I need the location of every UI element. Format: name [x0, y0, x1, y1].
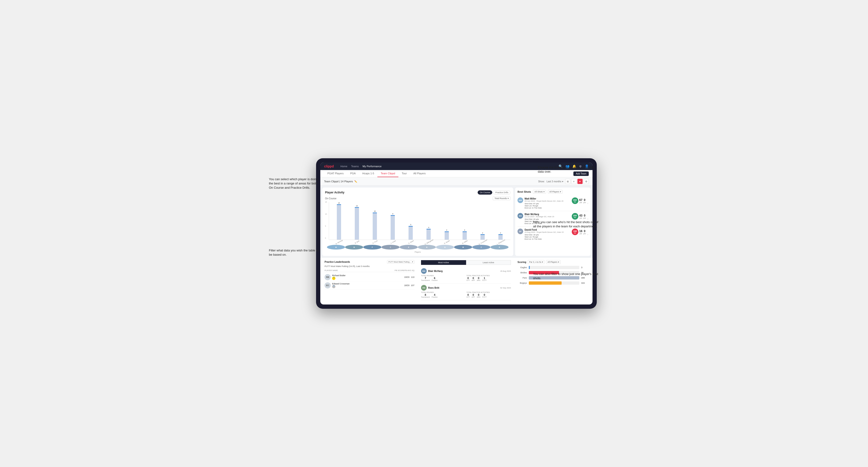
view-list-button[interactable]: ≡ [571, 179, 577, 184]
tab-all-players[interactable]: All Players [410, 170, 429, 177]
x-axis: B. McHargB. BrittD. FordJ. ColesE. Ebert… [325, 241, 510, 243]
tab-least-active[interactable]: Least Active [466, 260, 511, 265]
logo: clippd [324, 164, 334, 168]
chevron-right-icon[interactable]: › [587, 233, 588, 236]
player-activity-title: Player Activity [325, 191, 344, 194]
view-icons: ⊞ ≡ ♥ ⚙ [565, 179, 589, 184]
stats-rounds-values-2: 8 Tournament 4 Practice [421, 293, 466, 298]
shot-yds-2: 43 yds [579, 214, 582, 219]
active-player-1-date: 26 Aug 2023 [500, 270, 511, 272]
tab-most-active[interactable]: Most Active [421, 260, 466, 265]
scoring-label-1: Birdies [518, 272, 527, 274]
edit-icon[interactable]: ✏️ [354, 180, 357, 183]
shot-yds-3: 16 yds [579, 229, 582, 235]
tab-pgat-players[interactable]: PGAT Players [324, 170, 347, 177]
scoring-value-3: 315 [581, 282, 588, 284]
par-filter[interactable]: Par 3, 4 & 5s ▾ [528, 260, 545, 264]
lb-row-2: EC Edward Crossman 🥈 18/20 107 [324, 281, 414, 290]
shot-badge-3: 198 SG [572, 228, 578, 235]
active-player-2-header: RB Rees Britt 02 Sep 2023 [421, 285, 511, 290]
scoring-label-2: Pars [518, 277, 527, 279]
tablet-screen: clippd Home Teams My Performance 🔍 👥 🔔 ⊕… [320, 162, 592, 305]
annotation-top-right: Choose the timescale you wish to see the… [538, 165, 599, 174]
team-header: Team Clippd | 14 Players ✏️ Show: Last 3… [320, 177, 592, 186]
gtt-val-1: 0 GTT [467, 277, 470, 281]
y-label: 10 [325, 213, 327, 215]
view-heart-button[interactable]: ♥ [578, 179, 583, 184]
bar-group-1[interactable]: 12 [348, 205, 366, 240]
player-sub-2: 23 Jul 2023 · Ashridge GC, Hole 15 [525, 216, 570, 218]
toggle-practice-drills[interactable]: Practice Drills [493, 190, 510, 195]
shot-stats-2: 200 SG 43 yds 0 yds [572, 213, 586, 220]
all-players-filter[interactable]: All Players ▾ [548, 190, 563, 194]
rank-badge-2: 🥈 [332, 285, 335, 288]
scoring-row-3: Bogeys315 [518, 281, 588, 285]
rank-badge-1: 🥇 [332, 277, 335, 280]
active-player-1: BM Blair McHarg 26 Aug 2023 Total Rounds… [421, 267, 511, 283]
scoring-header: Scoring Par 3, 4 & 5s ▾ All Players ▾ [518, 260, 588, 264]
app-val-2: 0 APP [472, 293, 475, 298]
practice-header: Practice Leaderboards PUTT Must Make Put… [324, 260, 414, 264]
lb-pb-avg-2: 107 [411, 284, 414, 286]
drill-select[interactable]: PUTT Must Make Putting ... ▾ [387, 260, 414, 264]
timeframe-select[interactable]: Last 3 months ▾ [547, 180, 563, 183]
view-grid-button[interactable]: ⊞ [565, 179, 570, 184]
scoring-bar-0 [529, 266, 530, 269]
annotation-bottom-right-1: Here you can see who's hit the best shot… [533, 220, 599, 228]
lb-avatar-2: EC [324, 282, 331, 288]
lb-name-2: Edward Crossman 🥈 [332, 283, 403, 288]
nav-home[interactable]: Home [340, 165, 347, 168]
nav-my-performance[interactable]: My Performance [363, 165, 382, 168]
player-name-2: Blair McHarg [525, 213, 570, 216]
player-sub-3: 24 Aug 2023 · Royal North Devon GC, Hole… [525, 231, 570, 233]
tournament-val-2: 8 Tournament [421, 293, 430, 298]
bar-group-0[interactable]: 13 [330, 202, 348, 240]
tab-pga[interactable]: PGA [347, 170, 359, 177]
nav-teams[interactable]: Teams [351, 165, 359, 168]
leaderboard-header: PLAYER NAME PB SCORE PB AVG SQ [324, 269, 414, 272]
scoring-bar-wrap-3 [529, 281, 579, 285]
scoring-value-0: 3 [581, 266, 588, 269]
scoring-bar-3 [529, 281, 562, 285]
team-header-right: Show: Last 3 months ▾ ⊞ ≡ ♥ ⚙ [538, 179, 589, 184]
tab-hcaps[interactable]: Hcaps 1-5 [359, 170, 377, 177]
toggle-on-course[interactable]: On Course [478, 190, 492, 195]
scoring-players-filter[interactable]: All Players ▾ [546, 260, 561, 264]
tab-team-clippd[interactable]: Team Clippd [377, 170, 398, 177]
scoring-label-3: Bogeys [518, 282, 527, 284]
tab-tour[interactable]: Tour [398, 170, 410, 177]
view-settings-button[interactable]: ⚙ [584, 179, 589, 184]
total-rounds-dropdown[interactable]: Total Rounds ▾ [493, 196, 510, 200]
avatar-blair: BM [421, 268, 427, 274]
scoring-title: Scoring [518, 261, 526, 263]
show-label: Show: [538, 180, 545, 183]
stats-practice-values-1: 0 GTT 0 APP 0 ARG [467, 277, 511, 281]
active-player-2-date: 02 Sep 2023 [500, 287, 511, 289]
chevron-down-icon: ▾ [507, 197, 509, 199]
player-avatar-3: C [381, 245, 400, 250]
bottom-section: Practice Leaderboards PUTT Must Make Put… [320, 258, 592, 305]
all-shots-filter[interactable]: All Shots ▾ [533, 190, 546, 194]
stats-rounds-1: Total Rounds 7 Tournament 6 Practice [421, 275, 466, 281]
shot-info-1: Matt Miller 09 Jun 2023 · Royal North De… [525, 197, 570, 209]
chevron-down-icon: ▾ [562, 180, 563, 183]
avatar-david-ford: DF [518, 228, 523, 234]
player-name-3: David Ford [525, 228, 570, 231]
player-activity-card: Player Activity On Course Practice Drill… [322, 187, 513, 256]
avatar-rees: RB [421, 285, 427, 290]
y-label: 15 [325, 201, 327, 203]
chart-section-label: On Course [325, 197, 336, 200]
x-axis-title: Players [325, 251, 510, 253]
bar-group-3[interactable]: 9 [384, 213, 402, 240]
lb-pb-score-1: 19/20 [404, 276, 409, 278]
y-label: 5 [325, 225, 327, 227]
scoring-row-0: Eagles3 [518, 266, 588, 269]
active-stats-row-2: Total Rounds 8 Tournament 4 Practice [421, 291, 511, 298]
chevron-right-icon[interactable]: › [587, 201, 588, 205]
arg-val-2: 0 ARG [477, 293, 480, 298]
bar-group-2[interactable]: 10 [366, 210, 384, 240]
shot-entry-3: DF David Ford 24 Aug 2023 · Royal North … [518, 227, 588, 242]
tablet-device: clippd Home Teams My Performance 🔍 👥 🔔 ⊕… [316, 158, 597, 309]
lb-row-1: RB Richard Butler 🥇 19/20 110 [324, 273, 414, 281]
annotation-bottom-left: Filter what data you wish the table to b… [269, 248, 321, 257]
